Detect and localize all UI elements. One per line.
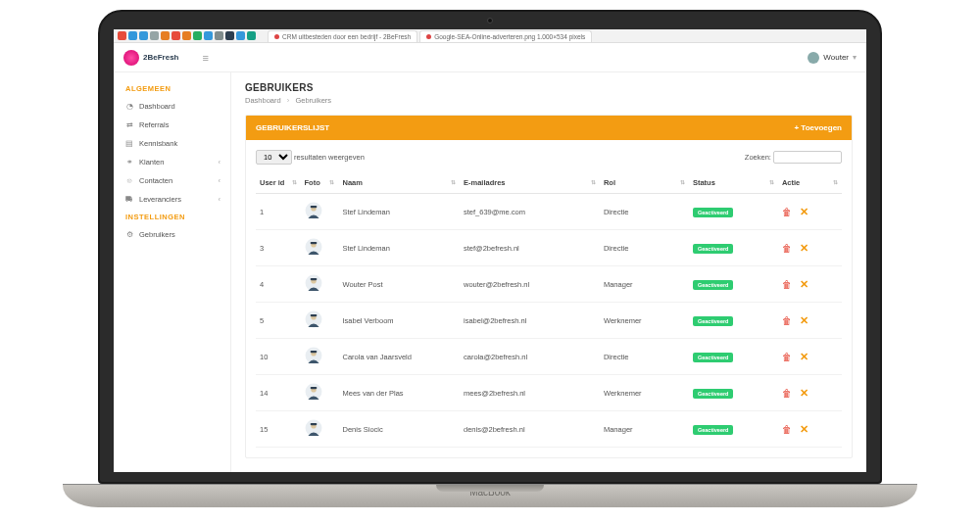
ext-icon[interactable] xyxy=(182,31,191,40)
logo-icon xyxy=(123,50,139,66)
delete-button[interactable]: 🗑 xyxy=(782,243,792,254)
book-icon: ▤ xyxy=(125,140,133,148)
table-row: 15Denis Siocicdenis@2befresh.nlManagerGe… xyxy=(256,411,842,448)
delete-button[interactable]: 🗑 xyxy=(782,424,792,435)
datatable-search: Zoeken: xyxy=(745,151,842,164)
ext-icon[interactable] xyxy=(247,31,256,40)
ext-icon[interactable] xyxy=(118,31,126,40)
svg-rect-14 xyxy=(310,351,317,353)
browser-toolbar: CRM uitbesteden door een bedrijf - 2BeFr… xyxy=(114,29,866,43)
ext-icon[interactable] xyxy=(172,31,180,40)
sidebar-item-dashboard[interactable]: ◔Dashboard xyxy=(114,97,230,116)
brand-logo[interactable]: 2BeFresh xyxy=(123,50,178,66)
cell-actions: 🗑✕ xyxy=(778,303,842,339)
svg-rect-11 xyxy=(310,314,317,316)
sidebar-item-gebruikers[interactable]: ⚙Gebruikers xyxy=(114,225,230,244)
delete-button[interactable]: 🗑 xyxy=(782,207,792,217)
sort-icon: ⇅ xyxy=(833,178,838,185)
disable-button[interactable]: ✕ xyxy=(800,242,808,255)
avatar-icon xyxy=(305,310,322,328)
column-header[interactable]: Foto⇅ xyxy=(301,172,339,194)
search-input[interactable] xyxy=(773,151,842,164)
ext-icon[interactable] xyxy=(236,31,245,40)
ext-icon[interactable] xyxy=(128,31,137,40)
column-header[interactable]: Actie⇅ xyxy=(778,172,842,194)
disable-button[interactable]: ✕ xyxy=(800,314,808,327)
cell-role: Manager xyxy=(600,411,689,448)
add-user-button[interactable]: + Toevoegen xyxy=(794,123,842,132)
crumb-root[interactable]: Dashboard xyxy=(245,96,281,105)
table-row: 14Mees van der Plasmees@2befresh.nlWerkn… xyxy=(256,375,842,411)
cell-name: Stef Lindeman xyxy=(338,230,459,266)
table-row: 3Stef Lindemanstef@2befresh.nlDirectieGe… xyxy=(256,230,842,266)
tab-title: Google-SEA-Online-adverteren.png 1.000×5… xyxy=(434,33,585,40)
disable-button[interactable]: ✕ xyxy=(800,351,808,363)
column-header[interactable]: User id⇅ xyxy=(256,172,301,194)
ext-icon[interactable] xyxy=(139,31,148,40)
menu-toggle-icon[interactable]: ≡ xyxy=(202,52,208,64)
chevron-down-icon: ▾ xyxy=(853,53,857,62)
length-label: resultaten weergeven xyxy=(294,153,365,162)
cell-status: Geactiveerd xyxy=(689,230,778,266)
main-content: GEBRUIKERS Dashboard › Gebruikers GEBRUI… xyxy=(231,72,866,472)
sidebar-item-klanten[interactable]: ⚭Klanten‹ xyxy=(114,153,230,171)
ext-icon[interactable] xyxy=(215,31,223,40)
column-header[interactable]: Naam⇅ xyxy=(338,172,459,194)
disable-button[interactable]: ✕ xyxy=(800,387,808,400)
browser-tab[interactable]: Google-SEA-Online-adverteren.png 1.000×5… xyxy=(419,30,592,42)
ext-icon[interactable] xyxy=(225,31,234,40)
cell-role: Directie xyxy=(600,339,689,375)
cell-name: Wouter Post xyxy=(338,266,459,303)
delete-button[interactable]: 🗑 xyxy=(782,352,792,362)
status-badge: Geactiveerd xyxy=(693,353,734,362)
length-select[interactable]: 10 xyxy=(256,150,292,165)
search-label: Zoeken: xyxy=(745,153,771,162)
column-header[interactable]: Rol⇅ xyxy=(600,172,689,194)
user-menu[interactable]: Wouter ▾ xyxy=(808,52,857,64)
disable-button[interactable]: ✕ xyxy=(800,278,808,291)
chevron-left-icon: ‹ xyxy=(219,195,221,204)
cell-photo xyxy=(301,375,339,411)
sidebar-item-contacten[interactable]: ☺Contacten‹ xyxy=(114,171,230,190)
sidebar-item-kennisbank[interactable]: ▤Kennisbank xyxy=(114,134,230,153)
cell-name: Denis Siocic xyxy=(338,411,459,448)
cell-name: Carola van Jaarsveld xyxy=(338,339,459,375)
gear-icon: ⚙ xyxy=(125,231,133,239)
ext-icon[interactable] xyxy=(161,31,170,40)
page-title: GEBRUIKERS xyxy=(245,82,853,93)
avatar-icon xyxy=(305,202,322,219)
svg-rect-5 xyxy=(310,242,317,244)
status-badge: Geactiveerd xyxy=(693,316,734,326)
cell-role: Manager xyxy=(600,266,689,303)
sidebar-heading-settings: INSTELLINGEN xyxy=(114,209,230,225)
status-badge: Geactiveerd xyxy=(693,280,734,290)
ext-icon[interactable] xyxy=(193,31,202,40)
ext-icon[interactable] xyxy=(204,31,213,40)
disable-button[interactable]: ✕ xyxy=(800,206,808,218)
cell-id: 1 xyxy=(256,194,301,230)
sidebar-item-label: Klanten xyxy=(139,158,164,166)
delete-button[interactable]: 🗑 xyxy=(782,315,792,326)
cell-email: wouter@2befresh.nl xyxy=(460,266,600,303)
column-header[interactable]: E-mailadres⇅ xyxy=(460,172,600,194)
delete-button[interactable]: 🗑 xyxy=(782,279,792,290)
chevron-left-icon: ‹ xyxy=(219,158,221,166)
sidebar-item-referrals[interactable]: ⇄Referrals xyxy=(114,116,230,134)
panel-title: GEBRUIKERSLIJST xyxy=(256,123,329,132)
cell-role: Directie xyxy=(600,194,689,230)
cell-id: 15 xyxy=(256,411,301,448)
browser-tab[interactable]: CRM uitbesteden door een bedrijf - 2BeFr… xyxy=(268,30,417,42)
cell-photo xyxy=(301,303,339,339)
sidebar-item-leveranciers[interactable]: ⛟Leveranciers‹ xyxy=(114,190,230,209)
sidebar-item-label: Kennisbank xyxy=(139,139,177,148)
column-header[interactable]: Status⇅ xyxy=(689,172,778,194)
cell-status: Geactiveerd xyxy=(689,303,778,339)
sort-icon: ⇅ xyxy=(292,178,297,185)
delete-button[interactable]: 🗑 xyxy=(782,388,792,399)
disable-button[interactable]: ✕ xyxy=(800,423,808,436)
svg-rect-8 xyxy=(310,278,317,280)
cell-id: 4 xyxy=(256,266,301,303)
cell-role: Werknemer xyxy=(600,375,689,411)
ext-icon[interactable] xyxy=(150,31,159,40)
sort-icon: ⇅ xyxy=(329,178,334,185)
